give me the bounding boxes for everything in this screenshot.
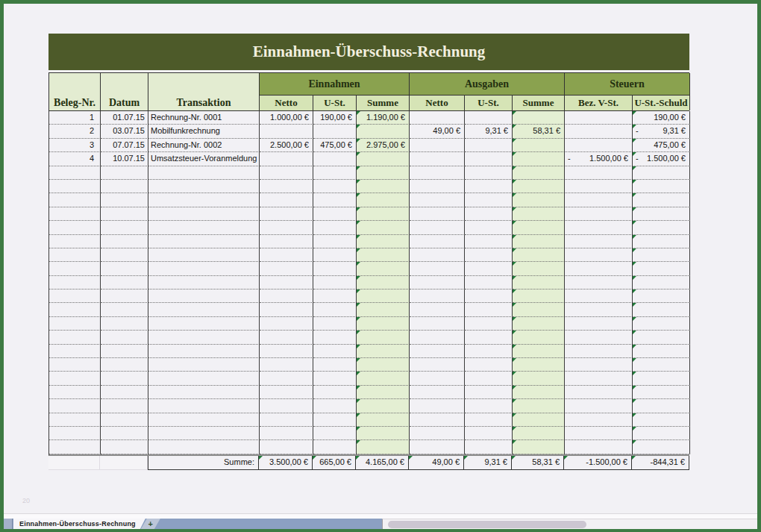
cell[interactable] xyxy=(513,303,565,316)
cell[interactable] xyxy=(465,399,513,413)
cell[interactable] xyxy=(410,358,465,372)
cell[interactable] xyxy=(313,331,357,344)
cell[interactable] xyxy=(465,166,513,180)
cell[interactable] xyxy=(565,290,633,303)
cell[interactable] xyxy=(633,358,690,372)
cell[interactable] xyxy=(148,413,260,427)
cell[interactable] xyxy=(410,386,465,399)
cell[interactable] xyxy=(565,427,633,440)
cell[interactable] xyxy=(148,276,260,290)
cell[interactable] xyxy=(313,427,357,440)
cell[interactable] xyxy=(49,317,101,331)
cell[interactable] xyxy=(357,262,410,275)
cell[interactable] xyxy=(260,276,313,290)
cell[interactable] xyxy=(410,413,465,427)
cell[interactable] xyxy=(313,345,357,358)
cell[interactable] xyxy=(465,180,513,193)
cell[interactable] xyxy=(101,372,148,385)
cell[interactable] xyxy=(101,386,148,399)
cell[interactable] xyxy=(260,399,313,413)
cell[interactable]: 4 xyxy=(49,152,101,166)
cell[interactable] xyxy=(49,166,101,180)
cell[interactable] xyxy=(633,345,690,358)
cell[interactable] xyxy=(260,440,313,454)
summary-ausgaben-ust[interactable]: 9,31 € xyxy=(464,456,512,470)
cell[interactable] xyxy=(465,372,513,385)
cell[interactable] xyxy=(513,345,565,358)
cell[interactable] xyxy=(101,180,148,193)
cell[interactable] xyxy=(565,372,633,385)
cell[interactable]: 2.975,00 € xyxy=(357,139,410,152)
cell[interactable] xyxy=(513,235,565,248)
cell[interactable] xyxy=(565,111,633,125)
cell[interactable] xyxy=(49,276,101,290)
cell[interactable] xyxy=(357,331,410,344)
cell[interactable] xyxy=(148,248,260,262)
cell[interactable] xyxy=(465,207,513,221)
cell[interactable] xyxy=(465,111,513,125)
cell[interactable]: 07.07.15 xyxy=(101,139,148,152)
cell[interactable] xyxy=(410,221,465,234)
cell[interactable] xyxy=(148,221,260,234)
cell[interactable] xyxy=(148,207,260,221)
cell[interactable]: 10.07.15 xyxy=(101,152,148,166)
cell[interactable] xyxy=(49,207,101,221)
cell[interactable] xyxy=(148,358,260,372)
cell[interactable] xyxy=(465,221,513,234)
cell[interactable] xyxy=(148,372,260,385)
cell[interactable] xyxy=(148,399,260,413)
cell[interactable] xyxy=(49,427,101,440)
cell[interactable] xyxy=(565,166,633,180)
cell[interactable] xyxy=(357,290,410,303)
summary-einnahmen-ust[interactable]: 665,00 € xyxy=(313,456,356,470)
cell[interactable] xyxy=(357,413,410,427)
cell[interactable] xyxy=(357,125,410,138)
cell[interactable] xyxy=(101,276,148,290)
horizontal-scrollbar[interactable] xyxy=(382,519,761,529)
cell[interactable] xyxy=(565,317,633,331)
cell[interactable]: 58,31 € xyxy=(513,125,565,138)
cell[interactable]: 49,00 € xyxy=(410,125,465,138)
column-header-einnahmen-netto[interactable]: Netto xyxy=(260,96,313,110)
cell[interactable] xyxy=(513,399,565,413)
cell[interactable] xyxy=(313,125,357,138)
cell[interactable] xyxy=(513,413,565,427)
cell[interactable] xyxy=(49,248,101,262)
cell[interactable] xyxy=(465,386,513,399)
sheet-tab-active[interactable]: Einnahmen-Überschuss-Rechnung xyxy=(13,519,145,529)
summary-ausgaben-summe[interactable]: 58,31 € xyxy=(512,456,564,470)
cell[interactable] xyxy=(313,303,357,316)
cell[interactable] xyxy=(465,345,513,358)
cell[interactable] xyxy=(513,276,565,290)
cell[interactable] xyxy=(260,427,313,440)
cell[interactable] xyxy=(49,235,101,248)
summary-einnahmen-summe[interactable]: 4.165,00 € xyxy=(356,456,409,470)
cell[interactable]: 2 xyxy=(49,125,101,138)
cell[interactable] xyxy=(260,221,313,234)
cell[interactable] xyxy=(357,345,410,358)
cell[interactable]: Mobilfunkrechnung xyxy=(148,125,260,138)
cell[interactable] xyxy=(313,221,357,234)
cell[interactable]: Rechnung-Nr. 0002 xyxy=(148,139,260,152)
cell[interactable] xyxy=(313,399,357,413)
summary-bez-vst[interactable]: -1.500,00 € xyxy=(564,456,632,470)
cell[interactable] xyxy=(465,331,513,344)
cell[interactable]: -1.500,00 € xyxy=(633,152,690,166)
cell[interactable] xyxy=(357,180,410,193)
cell[interactable] xyxy=(49,193,101,207)
cell[interactable]: -1.500,00 € xyxy=(565,152,633,166)
cell[interactable] xyxy=(313,276,357,290)
cell[interactable] xyxy=(260,166,313,180)
cell[interactable] xyxy=(410,180,465,193)
column-header-einnahmen-summe[interactable]: Summe xyxy=(357,96,410,110)
cell[interactable] xyxy=(260,413,313,427)
column-header-ausgaben-ust[interactable]: U-St. xyxy=(465,96,513,110)
cell[interactable] xyxy=(313,317,357,331)
column-header-beleg-nr[interactable]: Beleg-Nr. xyxy=(49,73,101,110)
cell[interactable] xyxy=(260,372,313,385)
cell[interactable] xyxy=(313,166,357,180)
cell[interactable] xyxy=(260,193,313,207)
cell[interactable]: 475,00 € xyxy=(633,139,690,152)
cell[interactable] xyxy=(410,207,465,221)
cell[interactable] xyxy=(633,372,690,385)
